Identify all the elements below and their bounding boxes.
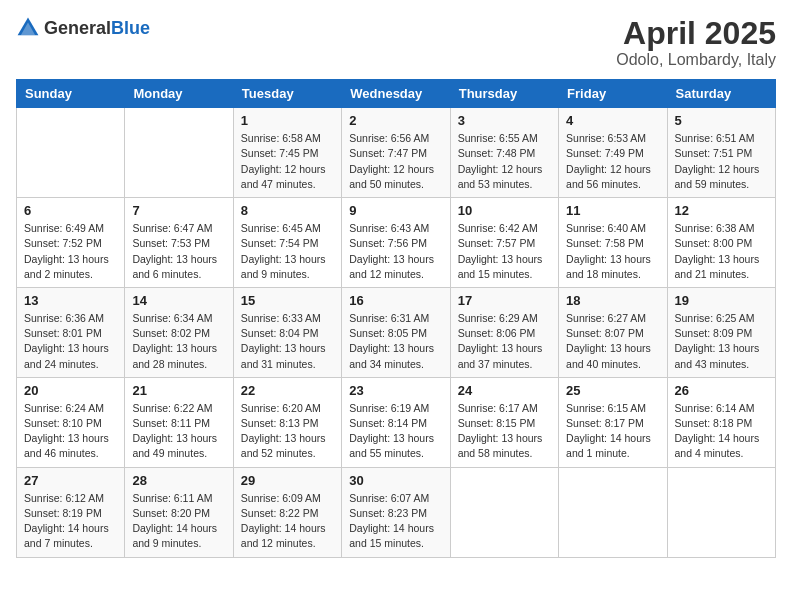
day-info: Sunrise: 6:19 AM Sunset: 8:14 PM Dayligh… xyxy=(349,401,442,462)
location-title: Odolo, Lombardy, Italy xyxy=(616,51,776,69)
day-number: 4 xyxy=(566,113,659,128)
calendar-body: 1Sunrise: 6:58 AM Sunset: 7:45 PM Daylig… xyxy=(17,108,776,557)
day-number: 17 xyxy=(458,293,551,308)
weekday-header-thursday: Thursday xyxy=(450,80,558,108)
calendar-week-4: 20Sunrise: 6:24 AM Sunset: 8:10 PM Dayli… xyxy=(17,377,776,467)
day-number: 1 xyxy=(241,113,334,128)
day-info: Sunrise: 6:47 AM Sunset: 7:53 PM Dayligh… xyxy=(132,221,225,282)
day-number: 30 xyxy=(349,473,442,488)
weekday-header-sunday: Sunday xyxy=(17,80,125,108)
calendar-cell: 15Sunrise: 6:33 AM Sunset: 8:04 PM Dayli… xyxy=(233,287,341,377)
calendar-cell: 23Sunrise: 6:19 AM Sunset: 8:14 PM Dayli… xyxy=(342,377,450,467)
title-area: April 2025 Odolo, Lombardy, Italy xyxy=(616,16,776,69)
day-number: 23 xyxy=(349,383,442,398)
calendar-cell: 11Sunrise: 6:40 AM Sunset: 7:58 PM Dayli… xyxy=(559,198,667,288)
calendar-week-1: 1Sunrise: 6:58 AM Sunset: 7:45 PM Daylig… xyxy=(17,108,776,198)
day-number: 13 xyxy=(24,293,117,308)
calendar-cell: 2Sunrise: 6:56 AM Sunset: 7:47 PM Daylig… xyxy=(342,108,450,198)
day-number: 26 xyxy=(675,383,768,398)
day-info: Sunrise: 6:53 AM Sunset: 7:49 PM Dayligh… xyxy=(566,131,659,192)
calendar-cell: 22Sunrise: 6:20 AM Sunset: 8:13 PM Dayli… xyxy=(233,377,341,467)
calendar-cell: 17Sunrise: 6:29 AM Sunset: 8:06 PM Dayli… xyxy=(450,287,558,377)
day-number: 28 xyxy=(132,473,225,488)
calendar-cell: 27Sunrise: 6:12 AM Sunset: 8:19 PM Dayli… xyxy=(17,467,125,557)
day-info: Sunrise: 6:12 AM Sunset: 8:19 PM Dayligh… xyxy=(24,491,117,552)
day-info: Sunrise: 6:17 AM Sunset: 8:15 PM Dayligh… xyxy=(458,401,551,462)
day-info: Sunrise: 6:55 AM Sunset: 7:48 PM Dayligh… xyxy=(458,131,551,192)
day-number: 20 xyxy=(24,383,117,398)
calendar-week-5: 27Sunrise: 6:12 AM Sunset: 8:19 PM Dayli… xyxy=(17,467,776,557)
day-info: Sunrise: 6:49 AM Sunset: 7:52 PM Dayligh… xyxy=(24,221,117,282)
calendar-cell: 20Sunrise: 6:24 AM Sunset: 8:10 PM Dayli… xyxy=(17,377,125,467)
day-info: Sunrise: 6:31 AM Sunset: 8:05 PM Dayligh… xyxy=(349,311,442,372)
day-info: Sunrise: 6:38 AM Sunset: 8:00 PM Dayligh… xyxy=(675,221,768,282)
calendar-cell: 18Sunrise: 6:27 AM Sunset: 8:07 PM Dayli… xyxy=(559,287,667,377)
weekday-header-wednesday: Wednesday xyxy=(342,80,450,108)
calendar-cell: 10Sunrise: 6:42 AM Sunset: 7:57 PM Dayli… xyxy=(450,198,558,288)
day-number: 25 xyxy=(566,383,659,398)
calendar-cell xyxy=(667,467,775,557)
calendar-cell: 1Sunrise: 6:58 AM Sunset: 7:45 PM Daylig… xyxy=(233,108,341,198)
day-number: 10 xyxy=(458,203,551,218)
day-number: 14 xyxy=(132,293,225,308)
calendar-week-2: 6Sunrise: 6:49 AM Sunset: 7:52 PM Daylig… xyxy=(17,198,776,288)
logo-icon xyxy=(16,16,40,40)
day-info: Sunrise: 6:11 AM Sunset: 8:20 PM Dayligh… xyxy=(132,491,225,552)
day-number: 3 xyxy=(458,113,551,128)
calendar-cell: 8Sunrise: 6:45 AM Sunset: 7:54 PM Daylig… xyxy=(233,198,341,288)
day-info: Sunrise: 6:56 AM Sunset: 7:47 PM Dayligh… xyxy=(349,131,442,192)
logo-blue: Blue xyxy=(111,18,150,38)
day-info: Sunrise: 6:24 AM Sunset: 8:10 PM Dayligh… xyxy=(24,401,117,462)
day-info: Sunrise: 6:14 AM Sunset: 8:18 PM Dayligh… xyxy=(675,401,768,462)
weekday-header-monday: Monday xyxy=(125,80,233,108)
day-info: Sunrise: 6:27 AM Sunset: 8:07 PM Dayligh… xyxy=(566,311,659,372)
day-number: 2 xyxy=(349,113,442,128)
day-number: 27 xyxy=(24,473,117,488)
day-info: Sunrise: 6:58 AM Sunset: 7:45 PM Dayligh… xyxy=(241,131,334,192)
day-number: 22 xyxy=(241,383,334,398)
calendar-cell: 5Sunrise: 6:51 AM Sunset: 7:51 PM Daylig… xyxy=(667,108,775,198)
weekday-header-row: SundayMondayTuesdayWednesdayThursdayFrid… xyxy=(17,80,776,108)
day-info: Sunrise: 6:45 AM Sunset: 7:54 PM Dayligh… xyxy=(241,221,334,282)
day-number: 19 xyxy=(675,293,768,308)
weekday-header-tuesday: Tuesday xyxy=(233,80,341,108)
calendar-week-3: 13Sunrise: 6:36 AM Sunset: 8:01 PM Dayli… xyxy=(17,287,776,377)
day-info: Sunrise: 6:34 AM Sunset: 8:02 PM Dayligh… xyxy=(132,311,225,372)
day-info: Sunrise: 6:15 AM Sunset: 8:17 PM Dayligh… xyxy=(566,401,659,462)
day-info: Sunrise: 6:25 AM Sunset: 8:09 PM Dayligh… xyxy=(675,311,768,372)
calendar-cell: 24Sunrise: 6:17 AM Sunset: 8:15 PM Dayli… xyxy=(450,377,558,467)
weekday-header-friday: Friday xyxy=(559,80,667,108)
day-number: 12 xyxy=(675,203,768,218)
day-info: Sunrise: 6:43 AM Sunset: 7:56 PM Dayligh… xyxy=(349,221,442,282)
calendar-cell: 26Sunrise: 6:14 AM Sunset: 8:18 PM Dayli… xyxy=(667,377,775,467)
calendar-cell: 19Sunrise: 6:25 AM Sunset: 8:09 PM Dayli… xyxy=(667,287,775,377)
logo: GeneralBlue xyxy=(16,16,150,40)
day-info: Sunrise: 6:09 AM Sunset: 8:22 PM Dayligh… xyxy=(241,491,334,552)
day-info: Sunrise: 6:42 AM Sunset: 7:57 PM Dayligh… xyxy=(458,221,551,282)
day-number: 16 xyxy=(349,293,442,308)
calendar-cell: 12Sunrise: 6:38 AM Sunset: 8:00 PM Dayli… xyxy=(667,198,775,288)
calendar-cell: 13Sunrise: 6:36 AM Sunset: 8:01 PM Dayli… xyxy=(17,287,125,377)
day-number: 24 xyxy=(458,383,551,398)
calendar-cell: 16Sunrise: 6:31 AM Sunset: 8:05 PM Dayli… xyxy=(342,287,450,377)
month-title: April 2025 xyxy=(616,16,776,51)
day-number: 29 xyxy=(241,473,334,488)
header: GeneralBlue April 2025 Odolo, Lombardy, … xyxy=(16,16,776,69)
day-number: 7 xyxy=(132,203,225,218)
calendar-cell: 14Sunrise: 6:34 AM Sunset: 8:02 PM Dayli… xyxy=(125,287,233,377)
day-info: Sunrise: 6:22 AM Sunset: 8:11 PM Dayligh… xyxy=(132,401,225,462)
weekday-header-saturday: Saturday xyxy=(667,80,775,108)
calendar-cell: 28Sunrise: 6:11 AM Sunset: 8:20 PM Dayli… xyxy=(125,467,233,557)
day-number: 9 xyxy=(349,203,442,218)
day-info: Sunrise: 6:33 AM Sunset: 8:04 PM Dayligh… xyxy=(241,311,334,372)
day-number: 8 xyxy=(241,203,334,218)
calendar-cell: 3Sunrise: 6:55 AM Sunset: 7:48 PM Daylig… xyxy=(450,108,558,198)
calendar-cell: 9Sunrise: 6:43 AM Sunset: 7:56 PM Daylig… xyxy=(342,198,450,288)
calendar-cell: 7Sunrise: 6:47 AM Sunset: 7:53 PM Daylig… xyxy=(125,198,233,288)
calendar-cell: 4Sunrise: 6:53 AM Sunset: 7:49 PM Daylig… xyxy=(559,108,667,198)
calendar-cell xyxy=(559,467,667,557)
day-info: Sunrise: 6:40 AM Sunset: 7:58 PM Dayligh… xyxy=(566,221,659,282)
day-number: 6 xyxy=(24,203,117,218)
calendar-cell xyxy=(450,467,558,557)
day-info: Sunrise: 6:51 AM Sunset: 7:51 PM Dayligh… xyxy=(675,131,768,192)
